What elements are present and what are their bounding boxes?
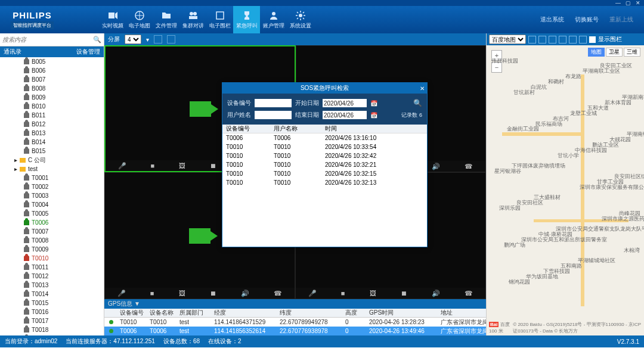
calendar-icon[interactable]: 📅 [370,100,377,107]
speaker-icon[interactable]: 🔊 [432,290,440,297]
map-tool-1[interactable] [528,36,536,44]
tree-device[interactable]: T0002 [6,182,104,191]
map-chip-3d[interactable]: 三维 [624,48,640,57]
input-end-date[interactable] [323,111,367,119]
map-tool-6[interactable] [579,36,587,44]
hangup-icon[interactable]: ☎ [465,290,473,297]
tree-device[interactable]: B006 [6,66,104,75]
tree-device[interactable]: T0015 [6,299,104,307]
map-tool-4[interactable] [559,36,566,44]
tree-device[interactable]: B007 [6,75,104,84]
nav-fence[interactable]: 电子围栏 [206,6,233,33]
map-tool-3[interactable] [549,36,556,44]
close-icon[interactable]: ✕ [420,85,425,92]
tree-device[interactable]: T0012 [6,272,104,281]
mic-icon[interactable]: 🎤 [117,290,126,297]
map-tool-2[interactable] [538,36,546,44]
tree-device[interactable]: T0008 [6,236,104,245]
search-input[interactable] [0,36,91,43]
gps-row[interactable]: T0010T0010test114.14186437152922.6707899… [104,318,486,327]
tree-device[interactable]: T0004 [6,200,104,209]
gps-panel-header[interactable]: GPS信息 ▼ [104,299,486,309]
toolbar-dropdown-icon[interactable]: ▾ [146,36,149,43]
device-mgmt-link[interactable]: 设备管理 [76,48,100,56]
stop-icon[interactable]: ⏹ [401,290,407,297]
tree-device[interactable]: T0016 [6,307,104,316]
tree-device[interactable]: B010 [6,102,104,111]
mic-icon[interactable]: 🎤 [118,162,126,170]
modal-row[interactable]: T0010T00102020/4/26 10:33:54 [222,142,427,151]
input-user-name[interactable] [255,111,292,119]
search-icon[interactable]: 🔍 [413,99,422,107]
search-icon[interactable]: 🔍 [91,36,104,44]
gps-row[interactable]: T0006T0006test114.14185635261422.6707769… [104,327,486,335]
modal-row[interactable]: T0010T00102020/4/26 10:32:13 [222,178,427,187]
map-chip-satellite[interactable]: 卫星 [606,48,623,57]
tree-device[interactable]: T0017 [6,316,104,325]
tree-device[interactable]: T0010 [6,254,104,263]
map-tool-5[interactable] [569,36,577,44]
tree-device[interactable]: T0009 [6,245,104,254]
fence-checkbox[interactable] [589,36,596,43]
nav-sos[interactable]: 紧急呼叫 [233,6,260,33]
mic-icon[interactable]: 🎤 [308,290,317,297]
hangup-icon[interactable]: ☎ [274,290,282,297]
snapshot-icon[interactable]: 🖼 [179,290,185,297]
video-icon[interactable]: ■ [150,290,154,297]
tree-device[interactable]: T0006 [6,218,104,227]
tree-device[interactable]: T0007 [6,227,104,236]
layout-button[interactable] [154,35,162,44]
input-device-id[interactable] [255,99,292,107]
video-icon[interactable]: ■ [151,162,155,169]
tree-device[interactable]: B011 [6,111,104,120]
speaker-icon[interactable]: 🔊 [241,290,249,297]
tree-folder[interactable]: ▸C 公司 [6,156,104,164]
nav-globe[interactable]: 电子地图 [126,6,153,33]
tree-device[interactable]: B005 [6,57,104,66]
snapshot-icon[interactable]: 🖼 [370,290,376,297]
device-tree[interactable]: B005B006B007B008B009B010B011B012B013B014… [0,57,104,335]
tree-device[interactable]: T0013 [6,281,104,290]
map-provider-select[interactable]: 百度地图 [489,35,526,44]
stop-icon[interactable]: ⏹ [210,290,216,297]
maximize-icon[interactable]: ▢ [626,0,631,6]
tree-device[interactable]: B013 [6,129,104,138]
reconnect-link[interactable]: 重新上线 [609,15,633,24]
snapshot-icon[interactable]: 🖼 [179,162,185,169]
nav-video[interactable]: 实时视频 [99,6,126,33]
hangup-icon[interactable]: ☎ [465,163,473,170]
nav-user[interactable]: 账户管理 [260,6,287,33]
speaker-icon[interactable]: 🔊 [432,163,440,170]
logout-link[interactable]: 退出系统 [540,15,564,24]
calendar-icon[interactable]: 📅 [370,112,377,119]
tree-device[interactable]: T0018 [6,325,104,334]
modal-row[interactable]: T0010T00102020/4/26 10:32:15 [222,169,427,178]
tree-folder[interactable]: ▸test [6,164,104,173]
modal-row[interactable]: T0010T00102020/4/26 10:32:42 [222,151,427,160]
tree-device[interactable]: B014 [6,138,104,147]
switch-account-link[interactable]: 切换账号 [575,15,599,24]
nav-folder[interactable]: 文件管理 [153,6,179,33]
close-icon[interactable]: ✕ [636,0,640,6]
map-chip-map[interactable]: 地图 [588,48,605,57]
tree-device[interactable]: T0005 [6,209,104,218]
modal-row[interactable]: T0010T00102020/4/26 10:32:21 [222,160,427,169]
tree-device[interactable]: B009 [6,93,104,102]
fullscreen-button[interactable] [167,35,175,44]
input-start-date[interactable] [323,99,367,107]
stop-icon[interactable]: ⏹ [210,162,216,169]
video-icon[interactable]: ■ [341,290,345,297]
tree-device[interactable]: T0014 [6,290,104,299]
tree-device[interactable]: T0003 [6,191,104,200]
split-select[interactable]: 4 [125,35,141,44]
tree-device[interactable]: T0011 [6,263,104,272]
nav-gear[interactable]: 系统设置 [287,6,314,33]
nav-group[interactable]: 集群对讲 [179,6,206,33]
tree-device[interactable]: T0001 [6,173,104,182]
map-canvas[interactable]: 地图 卫星 三维 + − Bai 百度 100 米 © 2020 Baidu -… [487,45,644,335]
minimize-icon[interactable]: — [615,0,621,6]
modal-row[interactable]: T0006T00062020/4/26 13:16:10 [222,133,427,142]
tree-device[interactable]: B012 [6,120,104,129]
tree-device[interactable]: B015 [6,147,104,156]
tree-device[interactable]: T0019 [6,334,104,335]
